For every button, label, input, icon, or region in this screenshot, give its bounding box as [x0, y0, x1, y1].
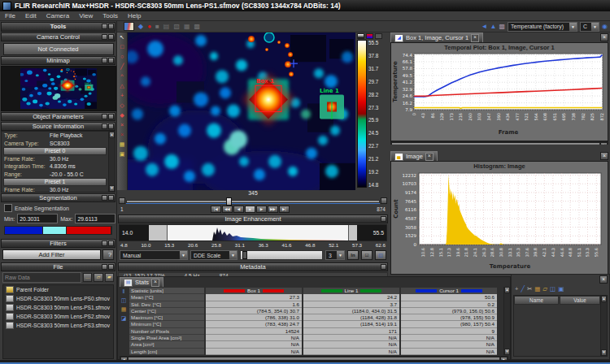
- add-filter-button[interactable]: Add Filter: [2, 249, 101, 260]
- slider-left-end[interactable]: [119, 197, 125, 204]
- rainbow-palette-icon[interactable]: [366, 33, 373, 39]
- cut-icon[interactable]: ✂: [527, 285, 532, 293]
- enhancement-mode-dropdown[interactable]: Manual▼: [120, 250, 188, 260]
- collapse-icon[interactable]: [102, 264, 107, 270]
- metadata-header[interactable]: Metadata: [118, 262, 388, 271]
- close-icon[interactable]: [108, 264, 114, 270]
- last-frame-button[interactable]: ▶|: [279, 206, 290, 213]
- snapshot-icon[interactable]: [124, 22, 134, 31]
- stop-button[interactable]: ■: [245, 206, 255, 213]
- chevron-down-icon[interactable]: ▼: [229, 251, 237, 259]
- enhancement-slider-handle[interactable]: [242, 251, 247, 259]
- panel-menu-icon[interactable]: [108, 24, 114, 29]
- scrollbar[interactable]: ▲▼: [503, 287, 510, 355]
- image-enhancement-header[interactable]: Image Enhancement: [118, 214, 388, 223]
- line-tool-icon[interactable]: ╱: [120, 62, 124, 72]
- image-icon[interactable]: ▦: [121, 306, 127, 313]
- settings-tool-icon[interactable]: ▣: [120, 150, 125, 159]
- file-list-item[interactable]: Parent Folder: [3, 285, 113, 294]
- enable-segmentation-checkbox[interactable]: [4, 204, 12, 212]
- close-tab-icon[interactable]: ×: [471, 34, 479, 42]
- temporal-plot-canvas[interactable]: 7.916.224.632.941.249.557.866.174.404386…: [391, 51, 608, 137]
- marker-tool-icon[interactable]: ◆: [120, 110, 124, 120]
- delete-tool-icon[interactable]: ×: [120, 120, 124, 130]
- column-header-name[interactable]: Name: [514, 296, 559, 305]
- colorbar[interactable]: [357, 40, 367, 188]
- collapse-icon[interactable]: [102, 114, 107, 119]
- open-icon[interactable]: ▱: [542, 285, 547, 293]
- frame-slider[interactable]: [117, 197, 389, 205]
- palette-options-icon[interactable]: [375, 33, 382, 39]
- collapse-icon[interactable]: [102, 34, 107, 40]
- temp-unit-dropdown[interactable]: C▼: [580, 22, 599, 32]
- menu-edit[interactable]: Edit: [20, 11, 41, 20]
- save-icon[interactable]: ◫: [550, 285, 556, 293]
- menu-tools[interactable]: Tools: [98, 11, 123, 20]
- scrollbar[interactable]: ▲▼: [108, 132, 115, 192]
- tab-temporal-plot[interactable]: ◢ Box 1, Image, Cursor 1 ×: [390, 32, 483, 42]
- pause-icon[interactable]: ‖: [123, 288, 125, 295]
- tab-histogram-image[interactable]: ▄ Image ×: [390, 151, 438, 161]
- title-bar[interactable]: FLIR ResearchIR Max+HSDR - HSDR-SC8303 5…: [0, 0, 610, 11]
- first-frame-button[interactable]: |◀: [211, 206, 221, 213]
- close-icon[interactable]: [108, 58, 114, 63]
- segmentation-header[interactable]: Segmentation: [1, 193, 115, 202]
- close-icon[interactable]: [108, 124, 114, 129]
- enhancement-slider[interactable]: [240, 250, 323, 260]
- lock-button[interactable]: ⊡: [361, 250, 373, 260]
- panel-pin-icon[interactable]: [102, 24, 107, 29]
- close-panel-icon[interactable]: ×: [600, 33, 608, 41]
- pointer-icon[interactable]: ↖: [120, 32, 124, 42]
- column-header-value[interactable]: Value: [560, 296, 600, 305]
- range-right-margin[interactable]: [348, 225, 357, 240]
- fast-forward-button[interactable]: ▶▶: [268, 206, 278, 213]
- file-list-item[interactable]: HSDR-SC8303 50mm Lens-PS3.sfmov: [3, 321, 113, 330]
- filters-header[interactable]: Filters: [1, 239, 115, 248]
- file-list-item[interactable]: HSDR-SC8303 50mm Lens-PS2.sfmov: [3, 312, 113, 321]
- stats-column-header[interactable]: Cursor 1: [401, 288, 497, 294]
- menu-camera[interactable]: Camera: [41, 11, 74, 20]
- histogram-canvas[interactable]: 0152930584587611676459174107031223210.61…: [391, 170, 608, 271]
- grayscale-palette-icon[interactable]: [357, 33, 364, 39]
- filter-help-button[interactable]: ?: [102, 249, 114, 260]
- save-icon[interactable]: ◫: [121, 297, 127, 304]
- segment-color-0[interactable]: [5, 227, 43, 234]
- segment-color-1[interactable]: [43, 227, 67, 234]
- folder-icon[interactable]: ▰: [105, 273, 114, 282]
- delete-all-tool-icon[interactable]: ×: [120, 130, 124, 140]
- navigate-icon[interactable]: ◆: [138, 23, 143, 31]
- close-panel-icon[interactable]: ×: [600, 152, 608, 160]
- step-forward-button[interactable]: ▶: [256, 206, 267, 213]
- palette-tool-icon[interactable]: ▦: [120, 140, 125, 150]
- stats-column-header[interactable]: Line 1: [303, 288, 399, 294]
- camera-control-header[interactable]: Camera Control: [1, 32, 115, 41]
- chevron-down-icon[interactable]: ▼: [590, 23, 599, 31]
- menu-file[interactable]: File: [0, 11, 20, 20]
- image-enhancement-range[interactable]: 14.0 55.5: [119, 224, 387, 241]
- browse-button[interactable]: …: [83, 273, 92, 282]
- alarm-icon[interactable]: ▲: [490, 23, 497, 30]
- collapse-icon[interactable]: [102, 195, 107, 201]
- source-information-header[interactable]: Source Information: [1, 122, 115, 131]
- plot-icon[interactable]: ◪: [121, 315, 127, 322]
- box-tool-icon[interactable]: □: [120, 42, 124, 52]
- step-back-button[interactable]: ◀: [233, 206, 244, 213]
- camera-status-button[interactable]: Not Connected: [3, 43, 114, 55]
- minimap-header[interactable]: Minimap: [1, 56, 115, 65]
- close-tab-icon[interactable]: ×: [151, 279, 159, 287]
- file-panel-header[interactable]: File: [1, 262, 115, 271]
- add-icon[interactable]: +: [515, 285, 518, 293]
- thermal-image[interactable]: Box 1 Line 1: [128, 32, 355, 190]
- close-icon[interactable]: [108, 34, 114, 40]
- segmentation-color-bar[interactable]: [4, 226, 112, 235]
- object-parameters-header[interactable]: Object Parameters: [1, 112, 115, 121]
- chevron-down-icon[interactable]: ▼: [569, 23, 577, 31]
- file-list-item[interactable]: HSDR-SC8303 50mm Lens-PS1.sfmov: [3, 303, 113, 312]
- segment-color-2[interactable]: [67, 227, 111, 234]
- file-filter-input[interactable]: [2, 272, 81, 283]
- file-list-item[interactable]: HSDR-SC8303 50mm Lens-PS0.sfmov: [3, 294, 113, 303]
- scrollbar[interactable]: ▲▼: [600, 296, 607, 356]
- chevron-down-icon[interactable]: ▼: [179, 251, 187, 259]
- preset-header[interactable]: Preset 0: [3, 147, 107, 155]
- collapse-icon[interactable]: [381, 216, 386, 222]
